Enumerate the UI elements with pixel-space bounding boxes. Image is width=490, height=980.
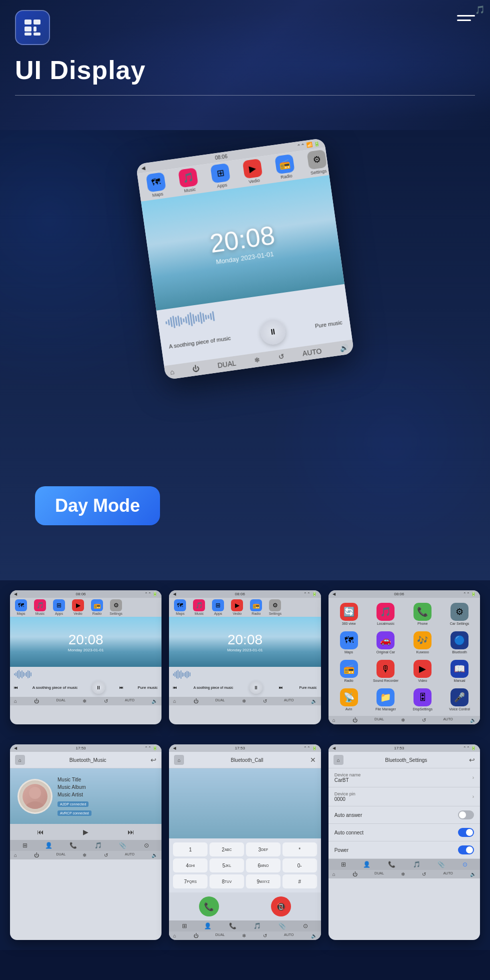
bss-loop[interactable]: ↺ [422, 871, 426, 877]
b2-power[interactable]: ⏻ [194, 698, 198, 704]
bss-vol[interactable]: 🔊 [470, 871, 476, 877]
dial-star[interactable]: * [282, 842, 317, 856]
bs-person[interactable]: 👤 [363, 861, 370, 868]
dial-2[interactable]: 2 ABC [210, 842, 244, 856]
bc-clip[interactable]: 📎 [278, 922, 286, 929]
bc-person[interactable]: 👤 [204, 922, 212, 929]
volume-icon[interactable]: 🔊 [340, 343, 349, 352]
dial-8[interactable]: 8 TUV [210, 874, 244, 888]
bcs-home[interactable]: ⌂ [173, 933, 176, 938]
bms-snow[interactable]: ❄ [82, 852, 86, 858]
pc-nav-maps[interactable]: 🗺 Maps [13, 599, 29, 615]
app-originalcar[interactable]: 🚗 Original Car [368, 629, 403, 656]
nav-app-music[interactable]: 🎵 Music [174, 167, 202, 194]
app-maps[interactable]: 🗺 Maps [332, 629, 366, 656]
bt-back-arrow-settings[interactable]: ↩ [469, 756, 475, 764]
pc-nav-apps[interactable]: ⊞ Apps [51, 599, 67, 615]
dial-1[interactable]: 1 [173, 842, 208, 856]
b2-dual[interactable]: DUAL [216, 698, 225, 704]
dial-4[interactable]: 4 GHI [173, 858, 208, 872]
app-video[interactable]: ▶ Video [405, 658, 440, 684]
bss-snow[interactable]: ❄ [401, 871, 405, 877]
pc-play-1[interactable]: ⏸ [92, 681, 105, 694]
b-loop[interactable]: ↺ [104, 698, 108, 704]
device-pin-chevron[interactable]: › [472, 794, 474, 799]
bms-dual[interactable]: DUAL [56, 852, 66, 858]
bc-compass[interactable]: ⊙ [303, 922, 308, 929]
dial-6[interactable]: 6 MNO [246, 858, 280, 872]
pc-nav-settings-2[interactable]: ⚙ Settings [267, 599, 283, 615]
bcs-auto[interactable]: AUTO [284, 933, 294, 938]
pc-nav-video[interactable]: ▶ Vedio [70, 599, 86, 615]
nav-app-settings[interactable]: ⚙ Settings [304, 149, 330, 176]
bms-loop[interactable]: ↺ [104, 852, 108, 858]
bm-phone[interactable]: 📞 [70, 842, 77, 849]
app-voicecontrol[interactable]: 🎤 Voice Control [442, 686, 477, 713]
pc-nav-video-2[interactable]: ▶ Vedio [229, 599, 245, 615]
b3-vol[interactable]: 🔊 [470, 717, 476, 723]
nav-app-radio[interactable]: 📻 Radio [271, 154, 299, 181]
app-dispsettings[interactable]: 🎛 DispSettings [405, 686, 440, 713]
b-snow[interactable]: ❄ [82, 698, 86, 704]
b3-power[interactable]: ⏻ [352, 717, 358, 723]
bs-compass[interactable]: ⊙ [462, 861, 468, 868]
app-360view[interactable]: 🔄 360 view [332, 601, 366, 627]
bm-compass[interactable]: ⊙ [144, 842, 149, 849]
bs-grid[interactable]: ⊞ [341, 861, 346, 868]
bt-play-pause[interactable]: ▶ [83, 828, 88, 836]
dial-7[interactable]: 7 PQRS [173, 874, 208, 888]
bcs-loop[interactable]: ↺ [263, 933, 267, 938]
b3-home[interactable]: ⌂ [332, 717, 336, 723]
play-pause-button[interactable]: ⏸ [259, 318, 287, 346]
b3-loop[interactable]: ↺ [422, 717, 426, 723]
hamburger-menu[interactable] [457, 15, 475, 21]
bms-auto[interactable]: AUTO [125, 852, 134, 858]
pc-nav-radio-2[interactable]: 📻 Radio [248, 599, 264, 615]
bms-power[interactable]: ⏻ [34, 852, 39, 858]
bm-music[interactable]: 🎵 [94, 842, 102, 849]
bm-grid[interactable]: ⊞ [22, 842, 28, 849]
pc-nav-settings[interactable]: ⚙ Settings [108, 599, 124, 615]
bc-phone[interactable]: 📞 [229, 922, 236, 929]
bms-home[interactable]: ⌂ [14, 852, 17, 858]
app-localmusic[interactable]: 🎵 Localmusic [368, 601, 403, 627]
bs-phone[interactable]: 📞 [388, 861, 396, 868]
bt-back-arrow-music[interactable]: ↩ [150, 756, 156, 764]
auto-connect-toggle[interactable] [458, 828, 474, 837]
bt-home-icon-music[interactable]: ⌂ [15, 755, 25, 765]
b2-snow[interactable]: ❄ [242, 698, 246, 704]
home-icon[interactable]: ⌂ [170, 368, 175, 376]
bs-clip[interactable]: 📎 [438, 861, 445, 868]
pc-prev-2[interactable]: ⏮ [173, 685, 177, 690]
snow-icon[interactable]: ❄ [254, 356, 260, 365]
dial-3[interactable]: 3 DEF [246, 842, 280, 856]
app-kuwooo[interactable]: 🎶 Kuwooo [405, 629, 440, 656]
app-bluetooth[interactable]: 🔵 Bluetooth [442, 629, 477, 656]
dial-hash[interactable]: # [282, 874, 317, 888]
bcs-power[interactable]: ⏻ [194, 933, 198, 938]
pc-nav-radio[interactable]: 📻 Radio [89, 599, 105, 615]
bt-prev[interactable]: ⏮ [37, 828, 44, 836]
device-name-chevron[interactable]: › [472, 775, 474, 780]
pc-nav-music-2[interactable]: 🎵 Music [191, 599, 207, 615]
b2-loop[interactable]: ↺ [263, 698, 267, 704]
app-avin[interactable]: 📡 Avin [332, 686, 366, 713]
b3-dual[interactable]: DUAL [374, 717, 384, 723]
loop-icon[interactable]: ↺ [278, 352, 285, 361]
nav-app-maps[interactable]: 🗺 Maps [142, 172, 170, 199]
b2-auto[interactable]: AUTO [284, 698, 294, 704]
bcs-dual[interactable]: DUAL [216, 933, 225, 938]
app-radio[interactable]: 📻 Radio [332, 658, 366, 684]
b-auto[interactable]: AUTO [125, 698, 134, 704]
app-filemanager[interactable]: 📁 File Manager [368, 686, 403, 713]
app-carsettings[interactable]: ⚙ Car Settings [442, 601, 477, 627]
bc-grid[interactable]: ⊞ [182, 922, 187, 929]
pc-prev-1[interactable]: ⏮ [14, 685, 18, 690]
bss-home[interactable]: ⌂ [332, 871, 336, 877]
pc-nav-maps-2[interactable]: 🗺 Maps [172, 599, 188, 615]
bt-home-icon-settings[interactable]: ⌂ [334, 755, 344, 765]
bm-clip[interactable]: 📎 [119, 842, 126, 849]
b-dual[interactable]: DUAL [56, 698, 66, 704]
bm-person[interactable]: 👤 [45, 842, 52, 849]
bs-music[interactable]: 🎵 [413, 861, 420, 868]
